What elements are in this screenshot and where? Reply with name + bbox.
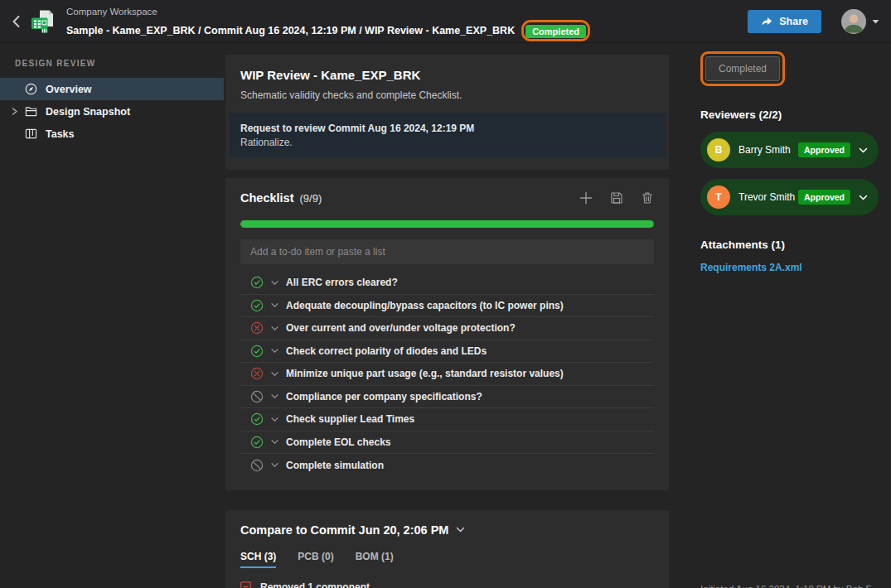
save-checklist-icon[interactable] [610, 191, 623, 205]
project-logo-icon [29, 8, 56, 35]
status-na-icon[interactable] [250, 390, 264, 403]
sidebar-section-title: DESIGN REVIEW [0, 43, 224, 78]
checklist-item-text: All ERC errors cleared? [286, 277, 398, 288]
approved-badge: Approved [798, 142, 850, 157]
compare-card: Compare to Commit Jun 20, 2:06 PM SCH (3… [225, 510, 669, 588]
compass-icon [25, 83, 37, 95]
chevron-down-icon[interactable] [271, 347, 278, 354]
back-button[interactable] [8, 13, 25, 30]
annotation-highlight-ring: Completed [700, 51, 785, 86]
delete-checklist-icon[interactable] [641, 191, 654, 205]
checklist-row[interactable]: All ERC errors cleared? [240, 272, 654, 295]
checklist-item-text: Minimize unique part usage (e.g., standa… [286, 368, 564, 379]
top-header: Company Workspace Sample - Kame_EXP_BRK … [0, 0, 891, 43]
breadcrumb-row: Sample - Kame_EXP_BRK / Commit Aug 16 20… [66, 20, 590, 41]
chevron-down-icon[interactable] [859, 193, 868, 202]
request-body: Rationalize. [240, 137, 654, 148]
compare-title: Compare to Commit Jun 20, 2:06 PM [240, 523, 448, 537]
review-request-box: Request to review Commit Aug 16 2024, 12… [229, 113, 666, 158]
change-text: Removed 1 component [260, 581, 370, 588]
tab-sch[interactable]: SCH (3) [240, 551, 276, 568]
chevron-down-icon[interactable] [456, 525, 465, 534]
checklist-count: (9/9) [299, 192, 322, 205]
status-passed-icon[interactable] [250, 345, 264, 358]
request-title: Request to review Commit Aug 16 2024, 12… [240, 123, 654, 134]
checklist-row[interactable]: Over current and over/under voltage prot… [240, 317, 654, 340]
status-passed-icon[interactable] [250, 412, 264, 426]
share-button[interactable]: Share [748, 10, 821, 33]
chevron-down-icon[interactable] [271, 438, 278, 446]
expand-chevron-icon[interactable] [11, 108, 18, 115]
reviewer-avatar: T [707, 186, 730, 209]
status-failed-icon[interactable] [250, 321, 264, 335]
review-overview-card: WIP Review - Kame_EXP_BRK Schematic vali… [225, 55, 669, 170]
add-item-icon[interactable] [579, 191, 593, 205]
right-panel: Completed Reviewers (2/2) B Barry Smith … [684, 43, 891, 588]
review-status-button[interactable]: Completed [705, 56, 780, 81]
tab-pcb[interactable]: PCB (0) [298, 551, 333, 568]
kanban-board-icon [25, 128, 37, 140]
design-review-app: Company Workspace Sample - Kame_EXP_BRK … [0, 0, 891, 588]
header-title-block: Company Workspace Sample - Kame_EXP_BRK … [66, 7, 590, 41]
checklist-item-text: Complete EOL checks [286, 436, 391, 448]
status-passed-icon[interactable] [250, 436, 264, 449]
sidebar-item-label: Tasks [46, 128, 75, 140]
chevron-down-icon[interactable] [859, 146, 868, 155]
status-passed-icon[interactable] [250, 276, 264, 289]
checklist-row[interactable]: Complete EOL checks [240, 431, 654, 455]
change-row-removed: Removed 1 component [240, 581, 654, 588]
sidebar-item-overview[interactable]: Overview [0, 78, 224, 100]
sidebar-item-design-snapshot[interactable]: Design Snapshot [0, 100, 224, 123]
sidebar-item-label: Design Snapshot [46, 106, 130, 118]
checklist-item-text: Adequate decoupling/bypass capacitors (t… [286, 300, 564, 311]
checklist-row[interactable]: Check correct polarity of diodes and LED… [240, 340, 654, 364]
chevron-left-icon [8, 13, 25, 30]
approved-badge: Approved [798, 190, 850, 205]
tab-bom[interactable]: BOM (1) [356, 551, 394, 568]
status-passed-icon[interactable] [250, 299, 264, 312]
status-failed-icon[interactable] [250, 367, 264, 380]
breadcrumb[interactable]: Sample - Kame_EXP_BRK / Commit Aug 16 20… [66, 25, 515, 36]
checklist-item-text: Complete simulation [286, 460, 384, 471]
checklist-row[interactable]: Check supplier Lead Times [240, 408, 654, 431]
checklist-item-text: Check correct polarity of diodes and LED… [286, 345, 487, 357]
reviewer-row[interactable]: B Barry Smith Approved [700, 132, 879, 168]
checklist-row[interactable]: Minimize unique part usage (e.g., standa… [240, 363, 654, 386]
reviewers-heading: Reviewers (2/2) [700, 108, 891, 121]
sidebar-item-tasks[interactable]: Tasks [0, 123, 224, 145]
checklist-row[interactable]: Complete simulation [240, 454, 654, 477]
chevron-down-icon[interactable] [271, 416, 278, 423]
workspace-name: Company Workspace [66, 7, 590, 17]
annotation-highlight-ring: Completed [521, 20, 590, 41]
reviewer-name: Barry Smith [738, 144, 791, 156]
checklist-actions [579, 191, 654, 205]
reviewer-row[interactable]: T Trevor Smith Approved [700, 179, 879, 215]
status-na-icon[interactable] [250, 459, 264, 472]
review-title: WIP Review - Kame_EXP_BRK [240, 68, 654, 82]
share-label: Share [779, 16, 808, 27]
chevron-down-icon[interactable] [271, 370, 278, 378]
chevron-down-icon[interactable] [271, 279, 278, 287]
chevron-down-icon[interactable] [271, 461, 278, 469]
chevron-down-icon[interactable] [271, 301, 278, 309]
checklist-item-text: Compliance per company specifications? [286, 391, 482, 402]
compare-tabs: SCH (3) PCB (0) BOM (1) [240, 551, 654, 568]
checklist-row[interactable]: Compliance per company specifications? [240, 386, 654, 409]
reviewer-name: Trevor Smith [738, 191, 795, 203]
checklist-items: All ERC errors cleared? Adequate decoupl… [240, 272, 654, 477]
chevron-down-icon[interactable] [271, 393, 278, 400]
review-subtitle: Schematic validity checks and complete C… [240, 89, 654, 101]
checklist-card: Checklist (9/9) [225, 178, 669, 490]
attachment-link[interactable]: Requirements 2A.xml [700, 262, 891, 273]
checklist-row[interactable]: Adequate decoupling/bypass capacitors (t… [240, 295, 654, 318]
add-todo-input[interactable] [240, 239, 654, 264]
compare-title-row: Compare to Commit Jun 20, 2:06 PM [240, 523, 654, 537]
sidebar: DESIGN REVIEW Overview Design Snapshot T… [0, 43, 224, 588]
initiated-footer: Initiated Aug 16 2024, 1:10 PM by Bob F [700, 584, 872, 588]
folder-icon [25, 105, 37, 118]
avatar-caret-icon[interactable] [872, 19, 879, 24]
checklist-progress-track [240, 220, 654, 228]
main-content: WIP Review - Kame_EXP_BRK Schematic vali… [225, 55, 669, 588]
chevron-down-icon[interactable] [271, 325, 278, 332]
user-avatar[interactable] [841, 9, 866, 34]
